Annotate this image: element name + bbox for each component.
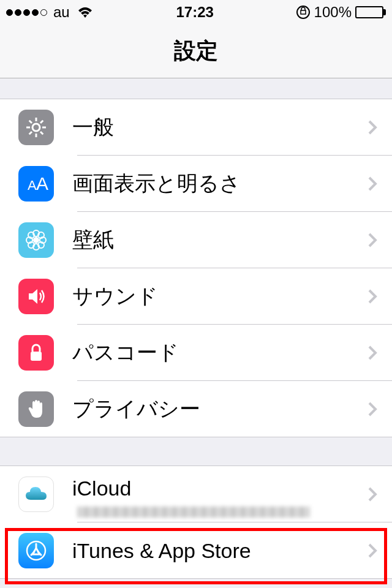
svg-text:A: A bbox=[36, 173, 48, 194]
svg-rect-21 bbox=[31, 352, 42, 361]
appstore-icon bbox=[18, 533, 54, 568]
row-label: プライバシー bbox=[72, 395, 368, 423]
settings-group-1: 一般 AA 画面表示と明るさ 壁紙 サウンド パスコード bbox=[0, 99, 392, 437]
svg-line-9 bbox=[29, 132, 32, 134]
group-spacer bbox=[0, 437, 392, 466]
svg-point-0 bbox=[297, 6, 309, 18]
group-spacer bbox=[0, 78, 392, 99]
settings-group-2: iCloud iTunes & App Store bbox=[0, 466, 392, 579]
svg-point-12 bbox=[33, 237, 39, 243]
battery-percent: 100% bbox=[314, 4, 352, 21]
row-label: 画面表示と明るさ bbox=[72, 170, 368, 198]
chevron-right-icon bbox=[368, 543, 377, 559]
chevron-right-icon bbox=[368, 401, 377, 417]
row-label: サウンド bbox=[72, 282, 368, 311]
text-size-icon: AA bbox=[18, 166, 54, 202]
page-title: 設定 bbox=[174, 36, 218, 66]
orientation-lock-icon bbox=[296, 5, 311, 20]
row-label: iCloud bbox=[72, 477, 368, 500]
wifi-icon bbox=[76, 6, 94, 19]
clock: 17:23 bbox=[176, 4, 213, 21]
row-label: パスコード bbox=[72, 339, 368, 367]
row-itunes-appstore[interactable]: iTunes & App Store bbox=[0, 522, 392, 579]
svg-text:A: A bbox=[28, 178, 37, 193]
row-privacy[interactable]: プライバシー bbox=[0, 381, 392, 437]
row-icloud[interactable]: iCloud bbox=[0, 466, 392, 522]
chevron-right-icon bbox=[368, 486, 377, 502]
flower-icon bbox=[18, 222, 54, 258]
svg-line-7 bbox=[40, 132, 43, 134]
chevron-right-icon bbox=[368, 345, 377, 361]
status-bar: au 17:23 100% bbox=[0, 0, 392, 24]
icloud-account-redacted bbox=[77, 507, 310, 518]
speaker-icon bbox=[18, 279, 54, 314]
carrier-label: au bbox=[53, 4, 70, 21]
battery-icon bbox=[355, 6, 386, 18]
svg-point-1 bbox=[32, 124, 40, 131]
chevron-right-icon bbox=[368, 176, 377, 192]
hand-icon bbox=[18, 391, 54, 427]
gear-icon bbox=[18, 110, 54, 145]
svg-line-8 bbox=[40, 121, 43, 123]
row-label: iTunes & App Store bbox=[72, 539, 368, 563]
status-right: 100% bbox=[296, 4, 386, 21]
row-label: 一般 bbox=[72, 113, 368, 141]
cloud-icon bbox=[18, 477, 54, 512]
row-general[interactable]: 一般 bbox=[0, 99, 392, 156]
row-display-brightness[interactable]: AA 画面表示と明るさ bbox=[0, 156, 392, 212]
row-passcode[interactable]: パスコード bbox=[0, 325, 392, 381]
row-wallpaper[interactable]: 壁紙 bbox=[0, 212, 392, 268]
row-sounds[interactable]: サウンド bbox=[0, 268, 392, 325]
lock-icon bbox=[18, 335, 54, 371]
svg-line-6 bbox=[29, 121, 32, 123]
signal-strength-icon bbox=[6, 9, 47, 16]
chevron-right-icon bbox=[368, 119, 377, 135]
row-label: 壁紙 bbox=[72, 226, 368, 254]
nav-bar: 設定 bbox=[0, 24, 392, 78]
status-left: au bbox=[6, 4, 94, 21]
chevron-right-icon bbox=[368, 288, 377, 304]
chevron-right-icon bbox=[368, 232, 377, 248]
